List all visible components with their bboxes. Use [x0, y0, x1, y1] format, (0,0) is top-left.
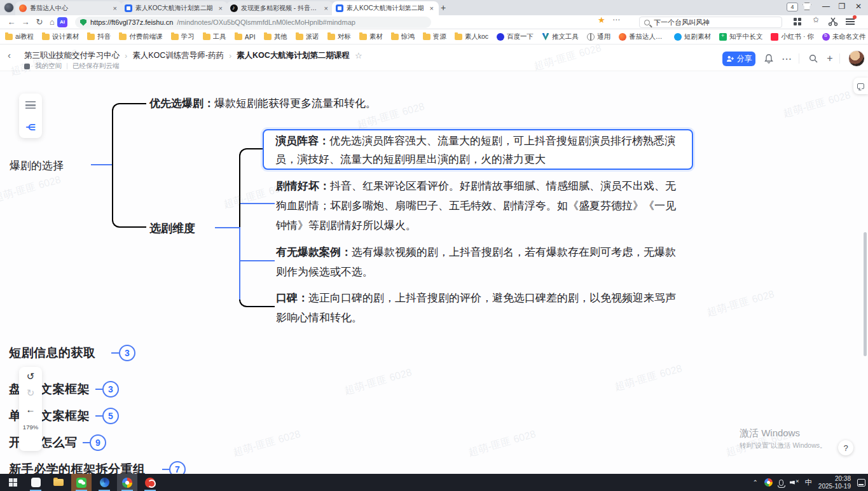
notification-bell-icon[interactable] [762, 52, 776, 66]
tray-expand-icon[interactable]: ⌃ [752, 479, 757, 486]
header-search-icon[interactable] [806, 52, 820, 66]
tab-close-icon[interactable]: × [217, 4, 224, 12]
tab-close-icon[interactable]: × [429, 4, 435, 12]
bookmark-item[interactable]: 抖音 [87, 32, 111, 41]
bookmark-item[interactable]: 素人koc [455, 32, 488, 41]
vertical-scrollbar[interactable] [864, 232, 867, 356]
mindmap-node-root[interactable]: 爆剧的选择 [10, 156, 64, 176]
forward-icon[interactable]: → [19, 15, 32, 29]
taskbar-app-snip[interactable] [25, 474, 46, 491]
toolbar-search-box[interactable]: 下一个台风叫风神 [639, 17, 782, 28]
theme-icon[interactable] [803, 3, 811, 10]
bookmark-item[interactable]: 未命名文件 [822, 32, 866, 41]
ai-assistant-icon[interactable]: AI [57, 17, 67, 27]
browser-tab[interactable]: 番茄达人中心 × [15, 1, 122, 15]
mindmap-node-collapsed[interactable]: 短剧信息的获取 [9, 345, 96, 361]
bookmark-item[interactable]: ai教程 [5, 32, 34, 41]
share-button[interactable]: 分享 [722, 52, 755, 66]
taskbar-blue-app[interactable] [94, 474, 114, 491]
apps-grid-icon[interactable] [794, 18, 801, 25]
tab-close-icon[interactable]: × [323, 4, 329, 12]
help-button[interactable]: ? [838, 440, 853, 455]
minimize-button[interactable]: — [820, 2, 832, 12]
bookmark-item[interactable]: 番茄达人中心 [619, 32, 666, 41]
notification-center-icon[interactable] [857, 479, 865, 487]
collapse-count-badge[interactable]: 9 [90, 434, 106, 451]
collapse-count-badge[interactable]: 3 [119, 345, 135, 361]
bookmark-item[interactable]: 知乎中长文 [719, 32, 763, 41]
bookmark-item[interactable]: 短剧素材 [674, 32, 711, 41]
bookmark-star-icon[interactable]: ★ [598, 15, 609, 25]
bookmark-item[interactable]: 工具 [203, 32, 226, 41]
clock[interactable]: 20:38 2025-10-19 [818, 475, 851, 490]
browser-tab[interactable]: 素人KOC大航海计划第二期 × [332, 1, 439, 15]
favorites-icon[interactable]: ✩ [813, 15, 819, 24]
browser-tab[interactable]: 发现更多精彩视频 - 抖音搜索 × [226, 1, 333, 15]
mindmap-node[interactable]: 有无爆款案例：选有爆款视频的剧，上抖音搜剧名，若有爆款存在则可考虑，无爆款则作为… [276, 242, 686, 282]
bookmark-item[interactable]: 其他 [264, 32, 287, 41]
new-tab-button[interactable]: + [437, 3, 449, 14]
bookmark-item[interactable]: 付费前端课 [119, 32, 163, 41]
bookmark-item[interactable]: 小红书 · 你 [771, 32, 813, 41]
bookmark-item[interactable]: 资源 [423, 32, 446, 41]
mindmap-node-selected[interactable]: 演员阵容：优先选演员阵容强大、流量大的短剧，可上抖音搜短剧演员排行榜熟悉演员，演… [263, 129, 693, 170]
refresh-icon[interactable]: ↻ [33, 15, 46, 29]
mindmap-view-button[interactable]: ⋲ [19, 116, 42, 138]
volume-muted-icon[interactable] [790, 479, 799, 487]
ime-indicator[interactable]: 中 [805, 478, 812, 487]
bookmark-item[interactable]: 设计素材 [42, 32, 79, 41]
favorite-star-icon[interactable]: ☆ [355, 51, 362, 60]
home-icon[interactable]: ⌂ [46, 15, 59, 29]
outline-view-button[interactable] [19, 93, 42, 116]
breadcrumb-item[interactable]: 第三职业技能交付学习中心 [24, 50, 120, 61]
bookmark-item[interactable]: 学习 [171, 32, 195, 41]
start-button[interactable] [3, 474, 23, 491]
bookmark-item[interactable]: API [235, 33, 256, 41]
zoom-level[interactable]: 179% [23, 424, 38, 431]
screenshot-scissors-icon[interactable] [828, 15, 838, 28]
user-avatar[interactable] [848, 50, 865, 67]
bookmark-item[interactable]: 对标 [327, 32, 351, 41]
collapse-count-badge[interactable]: 5 [102, 408, 119, 424]
breadcrumb-separator: › [229, 52, 231, 60]
undo-icon[interactable]: ↺ [27, 371, 35, 382]
restore-button[interactable]: ❐ [836, 2, 848, 12]
extensions-menu-icon[interactable]: ⋯ [612, 15, 624, 24]
back-icon[interactable]: ← [5, 15, 18, 29]
space-label[interactable]: 我的空间 [35, 62, 62, 71]
browser-menu-icon[interactable] [846, 18, 855, 25]
browser-profile-avatar[interactable] [4, 3, 14, 13]
mindmap-node[interactable]: 口碑：选正向口碑的剧，上抖音搜剧的评价，避免选口碑差的剧，以免视频迎来骂声影响心… [276, 288, 686, 328]
breadcrumb-item[interactable]: 素人KOC训练营导师-药药 [132, 50, 224, 61]
mindmap-node[interactable]: 优先选爆剧：爆款短剧能获得更多流量和转化。 [149, 94, 595, 113]
wechat-icon [76, 478, 86, 488]
node-body: 优先选演员阵容强大、流量大的短剧，可上抖音搜短剧演员排行榜熟悉演员，演技好、流量… [275, 135, 675, 165]
collapse-count-badge[interactable]: 3 [102, 381, 119, 398]
mindmap-canvas[interactable]: ⋲ 爆剧的选择 优先选爆剧：爆款短剧能获得更多流量和转化。 选剧维度 演员阵容：… [0, 71, 868, 474]
bookmark-item[interactable]: 派诺 [296, 32, 319, 41]
mindmap-node[interactable]: 剧情好坏：抖音、红果评论区看评价。好剧情故事细腻、情感细腻、演员不出戏、无狗血剧… [276, 176, 686, 235]
browser-tab[interactable]: 素人KOC大航海计划第二期 × [121, 1, 228, 15]
create-new-icon[interactable]: + [823, 52, 837, 66]
node-label: 文案框架 [40, 381, 90, 398]
mindmap-node[interactable]: 选剧维度 [149, 219, 195, 238]
back-to-root-icon[interactable]: ← [26, 404, 36, 415]
tab-close-icon[interactable]: × [112, 4, 118, 12]
taskbar-file-explorer[interactable] [48, 474, 69, 491]
bookmark-item[interactable]: 惊鸿 [391, 32, 415, 41]
taskbar-wechat[interactable] [71, 474, 92, 491]
close-button[interactable]: ✕ [853, 2, 864, 12]
redo-icon[interactable]: ↻ [27, 387, 35, 399]
bookmark-item[interactable]: 通用 [587, 32, 610, 41]
bookmark-item[interactable]: 素材 [359, 32, 383, 41]
header-more-icon[interactable]: ⋯ [780, 52, 794, 66]
comments-panel-toggle[interactable] [853, 78, 868, 94]
bookmark-item[interactable]: 推文工具 [542, 32, 579, 41]
bookmark-item[interactable]: 百度一下 [497, 32, 534, 41]
microphone-icon[interactable] [779, 480, 783, 486]
taskbar-browser[interactable] [117, 474, 137, 491]
tray-browser-icon[interactable] [764, 478, 773, 487]
url-field[interactable]: https://ft6vgl737z.feishu.cn/mindnotes/O… [75, 17, 431, 28]
app-back-icon[interactable]: ‹ [8, 50, 11, 60]
taskbar-red-app[interactable] [140, 474, 160, 491]
